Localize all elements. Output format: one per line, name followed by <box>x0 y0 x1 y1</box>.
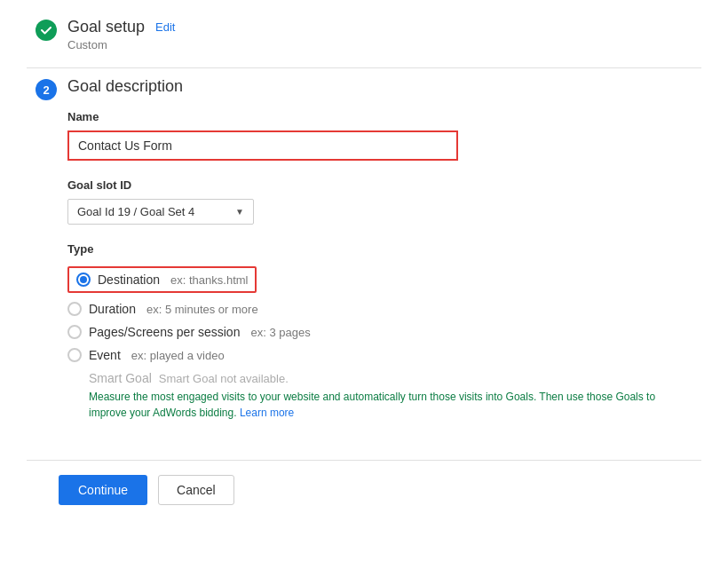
radio-duration[interactable]: Duration ex: 5 minutes or more <box>67 302 701 316</box>
smart-goal-item: Smart Goal Smart Goal not available. Mea… <box>67 371 701 421</box>
goal-setup-title-row: Goal setup Edit <box>67 18 175 36</box>
radio-label-pages-screens: Pages/Screens per session <box>89 325 240 339</box>
continue-button[interactable]: Continue <box>59 475 147 505</box>
radio-pages-screens[interactable]: Pages/Screens per session ex: 3 pages <box>67 325 701 339</box>
radio-label-duration: Duration <box>89 302 136 316</box>
type-field-group: Type Destination ex: thanks.html Duratio… <box>67 242 701 421</box>
name-label: Name <box>67 110 701 123</box>
goal-description-section: 2 Goal description Name Goal slot ID Goa… <box>27 77 701 439</box>
learn-more-link[interactable]: Learn more <box>240 407 294 419</box>
radio-example-event: ex: played a video <box>131 349 225 362</box>
radio-circle-destination <box>76 273 91 287</box>
goal-desc-content: Goal description Name Goal slot ID Goal … <box>67 77 701 439</box>
smart-goal-note: Smart Goal not available. <box>159 372 289 385</box>
goal-setup-subtitle: Custom <box>67 38 175 51</box>
smart-goal-description: Measure the most engaged visits to your … <box>89 389 692 421</box>
slot-dropdown[interactable]: Goal Id 19 / Goal Set 4 ▼ <box>67 199 254 225</box>
type-radio-group: Destination ex: thanks.html Duration ex:… <box>67 266 701 421</box>
name-input[interactable] <box>67 130 458 161</box>
goal-setup-title: Goal setup <box>67 18 145 36</box>
radio-circle-duration <box>67 302 82 316</box>
radio-destination[interactable]: Destination ex: thanks.html <box>67 266 257 293</box>
step-number: 2 <box>36 79 57 100</box>
smart-goal-row: Smart Goal Smart Goal not available. <box>89 371 289 385</box>
slot-field-group: Goal slot ID Goal Id 19 / Goal Set 4 ▼ <box>67 178 701 225</box>
goal-setup-section: Goal setup Edit Custom <box>27 18 701 51</box>
goal-description-title: Goal description <box>67 77 701 96</box>
bottom-divider <box>27 460 701 461</box>
radio-circle-event <box>67 348 82 362</box>
goal-setup-check-icon <box>36 20 57 41</box>
name-field-group: Name <box>67 110 701 161</box>
radio-label-destination: Destination <box>98 273 160 287</box>
radio-example-duration: ex: 5 minutes or more <box>146 303 258 316</box>
smart-goal-label: Smart Goal <box>89 371 152 385</box>
section-divider <box>27 67 701 68</box>
radio-example-pages-screens: ex: 3 pages <box>250 326 310 339</box>
radio-circle-pages-screens <box>67 325 82 339</box>
cancel-button[interactable]: Cancel <box>158 475 234 505</box>
smart-goal-desc-text: Measure the most engaged visits to your … <box>89 391 655 419</box>
goal-setup-content: Goal setup Edit Custom <box>67 18 175 51</box>
action-buttons: Continue Cancel <box>27 475 701 505</box>
slot-label: Goal slot ID <box>67 178 701 192</box>
radio-label-event: Event <box>89 348 121 362</box>
slot-dropdown-value: Goal Id 19 / Goal Set 4 <box>77 205 230 218</box>
type-label: Type <box>67 242 701 256</box>
radio-event[interactable]: Event ex: played a video <box>67 348 701 362</box>
chevron-down-icon: ▼ <box>235 207 244 217</box>
radio-example-destination: ex: thanks.html <box>170 273 248 287</box>
edit-link[interactable]: Edit <box>155 20 175 34</box>
